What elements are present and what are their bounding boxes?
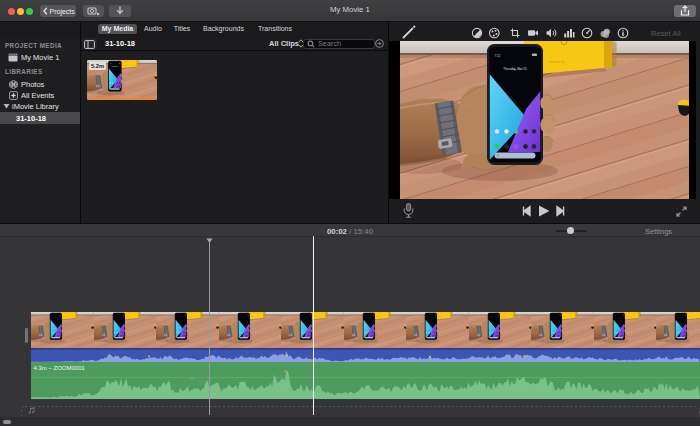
svg-text:Reset All: Reset All: [651, 29, 681, 38]
svg-text:4.3m – ZOOM0001: 4.3m – ZOOM0001: [34, 365, 86, 371]
